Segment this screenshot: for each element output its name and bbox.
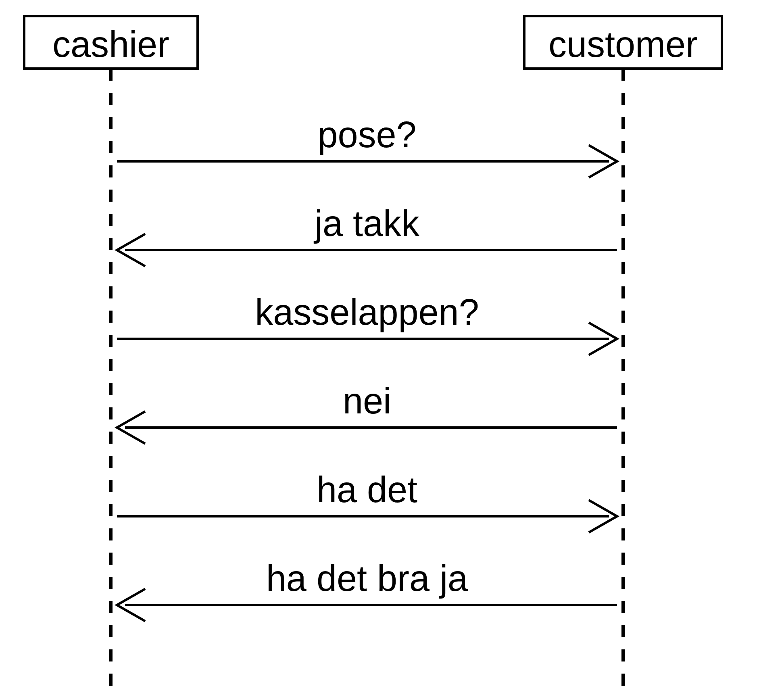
message-4: nei [117,381,617,444]
message-2-label: ja takk [313,203,420,244]
message-5: ha det [117,469,617,532]
message-6-label: ha det bra ja [266,558,468,599]
message-1-label: pose? [317,115,416,155]
message-3: kasselappen? [117,292,617,355]
message-6: ha det bra ja [117,558,617,621]
participant-cashier: cashier [24,16,198,69]
participant-customer: customer [524,16,722,69]
message-5-label: ha det [317,469,417,510]
sequence-diagram: cashier customer pose? ja takk kasselapp… [0,0,784,699]
participant-customer-label: customer [548,24,698,65]
message-3-label: kasselappen? [255,292,479,332]
message-1: pose? [117,115,617,177]
message-2: ja takk [117,203,617,266]
message-4-label: nei [343,381,391,421]
participant-cashier-label: cashier [52,24,169,65]
